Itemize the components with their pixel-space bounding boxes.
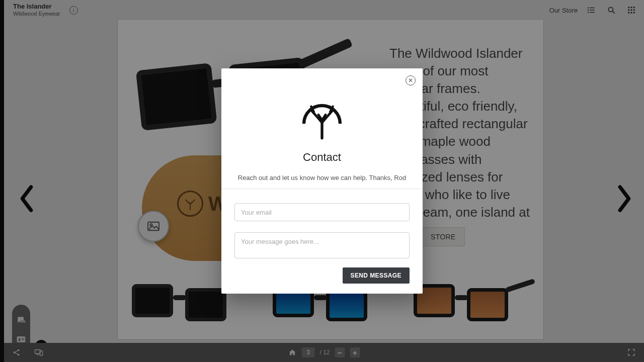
modal-overlay[interactable]: ✕ Contact Reach out and let us know how … <box>0 0 644 362</box>
close-icon[interactable]: ✕ <box>406 75 416 85</box>
modal-description: Reach out and let us know how we can hel… <box>234 174 410 182</box>
contact-modal: ✕ Contact Reach out and let us know how … <box>221 68 423 294</box>
message-field[interactable] <box>234 232 410 258</box>
modal-title: Contact <box>234 151 410 164</box>
modal-logo-icon <box>234 97 410 142</box>
send-message-button[interactable]: SEND MESSAGE <box>343 267 410 284</box>
email-field[interactable] <box>234 203 410 221</box>
modal-divider <box>221 189 423 189</box>
